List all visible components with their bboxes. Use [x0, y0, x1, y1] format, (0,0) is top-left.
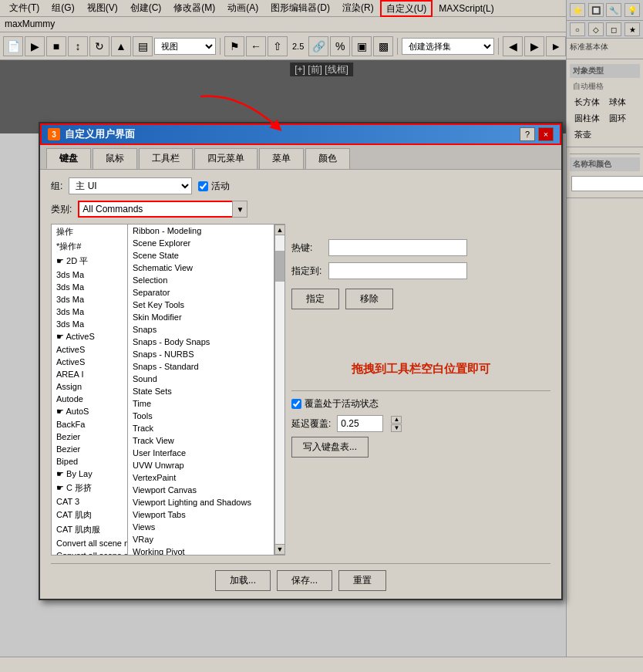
- action-list-item[interactable]: 操作: [52, 225, 127, 239]
- remove-btn[interactable]: 移除: [345, 289, 393, 309]
- cat-list-item[interactable]: Snaps: [128, 323, 274, 336]
- cat-list-item[interactable]: Track View: [128, 434, 274, 447]
- scroll-thumb[interactable]: [275, 251, 284, 282]
- rp-box[interactable]: 长方体: [571, 95, 604, 110]
- toolbar-reference-btn[interactable]: ▤: [133, 36, 153, 56]
- scroll-up-arrow[interactable]: ▲: [274, 225, 285, 235]
- save-btn[interactable]: 保存...: [277, 570, 332, 591]
- action-list-item[interactable]: ActiveS: [52, 343, 127, 356]
- toolbar-scale-btn[interactable]: ▲: [111, 36, 131, 56]
- toolbar-snap-btn[interactable]: 🔗: [308, 36, 328, 56]
- cat-list-item[interactable]: UVW Unwrap: [128, 459, 274, 471]
- action-list-item[interactable]: Autode: [52, 393, 127, 405]
- tab-keyboard[interactable]: 键盘: [46, 148, 91, 169]
- toolbar-percent-btn[interactable]: %: [330, 36, 350, 56]
- toolbar-view-select[interactable]: 视图: [154, 38, 216, 55]
- action-list-item[interactable]: ☛ 2D 平: [52, 254, 127, 268]
- action-list-item[interactable]: ☛ C 形挤: [52, 481, 127, 495]
- delay-down-btn[interactable]: ▼: [391, 424, 402, 432]
- action-list-item[interactable]: Bezier: [52, 431, 127, 443]
- action-list-item[interactable]: CAT 3: [52, 495, 127, 508]
- category-select[interactable]: All Commands: [78, 201, 247, 218]
- action-list-item[interactable]: Biped: [52, 455, 127, 468]
- cat-list-item[interactable]: Snaps - Standard: [128, 360, 274, 373]
- cat-list-item[interactable]: Skin Modifier: [128, 311, 274, 323]
- action-list-item[interactable]: Assign: [52, 380, 127, 393]
- menu-customize[interactable]: 自定义(U): [380, 0, 433, 17]
- cat-list-item[interactable]: Viewport Canvas: [128, 484, 274, 496]
- action-list-item[interactable]: 3ds Ma: [52, 268, 127, 281]
- menu-maxscript[interactable]: MAXScript(L): [433, 2, 500, 15]
- action-list-item[interactable]: *操作#: [52, 239, 127, 254]
- cat-list-item[interactable]: Snaps - NURBS: [128, 348, 274, 360]
- action-list-item[interactable]: 3ds Ma: [52, 281, 127, 293]
- cat-list-item[interactable]: Selection: [128, 274, 274, 286]
- toolbar-undo-btn[interactable]: ←: [246, 36, 266, 56]
- menu-view[interactable]: 视图(V): [81, 0, 124, 16]
- cat-list-item[interactable]: Snaps - Body Snaps: [128, 336, 274, 348]
- cat-list-item[interactable]: Working Pivot: [128, 545, 274, 555]
- rp-sub-4[interactable]: ★: [624, 22, 640, 36]
- rp-sphere[interactable]: 球体: [606, 95, 639, 110]
- action-list-item[interactable]: ☛ ActiveS: [52, 330, 127, 343]
- toolbar-move-btn[interactable]: ↕: [68, 36, 88, 56]
- menu-render[interactable]: 渲染(R): [336, 0, 380, 16]
- cat-list-item[interactable]: Viewport Tabs: [128, 508, 274, 521]
- action-list[interactable]: 操作*操作#☛ 2D 平3ds Ma3ds Ma3ds Ma3ds Ma3ds …: [51, 224, 128, 555]
- load-btn[interactable]: 加载...: [215, 570, 271, 591]
- action-list-item[interactable]: BackFa: [52, 418, 127, 431]
- delay-up-btn[interactable]: ▲: [391, 416, 402, 424]
- toolbar-rotate-btn[interactable]: ↻: [89, 36, 109, 56]
- category-list[interactable]: Ribbon - ModelingScene ExplorerScene Sta…: [128, 224, 274, 555]
- rp-name-input[interactable]: [571, 176, 643, 191]
- cat-list-item[interactable]: Scene Explorer: [128, 237, 274, 249]
- cat-list-item[interactable]: Track: [128, 422, 274, 434]
- cat-list-item[interactable]: User Interface: [128, 447, 274, 459]
- tab-mouse[interactable]: 鼠标: [93, 148, 137, 169]
- tab-toolbar[interactable]: 工具栏: [139, 148, 193, 169]
- menu-modifier[interactable]: 修改器(M): [167, 0, 221, 16]
- tab-quad-menu[interactable]: 四元菜单: [194, 148, 258, 169]
- rp-sub-2[interactable]: ◇: [588, 22, 604, 36]
- hotkey-input[interactable]: [328, 239, 467, 256]
- rp-tab-3[interactable]: 🔧: [606, 3, 621, 17]
- rp-sub-3[interactable]: ◻: [606, 22, 621, 36]
- cat-list-item[interactable]: Views: [128, 521, 274, 533]
- rp-sub-1[interactable]: ○: [570, 22, 585, 36]
- toolbar-select-btn[interactable]: ▶: [25, 36, 45, 56]
- toolbar-snap2-btn[interactable]: ▣: [352, 36, 372, 56]
- rp-tab-2[interactable]: 🔲: [588, 3, 604, 17]
- action-list-item[interactable]: 3ds Ma: [52, 293, 127, 306]
- action-list-item[interactable]: CAT 肌肉: [52, 508, 127, 522]
- cat-list-item[interactable]: VRay: [128, 533, 274, 545]
- menu-file[interactable]: 文件(T): [3, 0, 45, 16]
- action-list-item[interactable]: CAT 肌肉服: [52, 522, 127, 537]
- rp-tab-1[interactable]: ⭐: [570, 3, 585, 17]
- action-list-item[interactable]: Bezier: [52, 443, 127, 455]
- toolbar-nav-prev[interactable]: ◀: [503, 36, 523, 56]
- toolbar-layer-btn[interactable]: ▩: [373, 36, 393, 56]
- scroll-down-arrow[interactable]: ▼: [274, 544, 285, 555]
- list-scrollbar[interactable]: ▲ ▼: [274, 224, 285, 555]
- delay-input[interactable]: 0.25: [337, 415, 383, 432]
- action-list-item[interactable]: 3ds Ma: [52, 318, 127, 330]
- action-list-item[interactable]: AREA I: [52, 368, 127, 380]
- viewport-label[interactable]: [+] [前] [线框]: [290, 63, 353, 76]
- write-keyboard-btn[interactable]: 写入键盘表...: [291, 437, 369, 458]
- reset-btn[interactable]: 重置: [338, 570, 386, 591]
- menu-group[interactable]: 组(G): [45, 0, 80, 16]
- action-list-item[interactable]: ☛ By Lay: [52, 468, 127, 481]
- toolbar-upload-btn[interactable]: ⇧: [268, 36, 288, 56]
- toolbar-create-select[interactable]: 创建选择集: [402, 38, 494, 55]
- assign-to-input[interactable]: [328, 262, 467, 279]
- rp-teapot[interactable]: 茶壶: [571, 127, 604, 142]
- toolbar-select2-btn[interactable]: ■: [46, 36, 66, 56]
- cat-list-item[interactable]: Ribbon - Modeling: [128, 225, 274, 237]
- dialog-help-btn[interactable]: ?: [520, 127, 535, 141]
- cat-list-item[interactable]: Scene State: [128, 249, 274, 262]
- toolbar-bookmark-btn[interactable]: ⚑: [224, 36, 244, 56]
- action-list-item[interactable]: Convert all scene mat...: [52, 549, 127, 555]
- menu-graph-editor[interactable]: 图形编辑器(D): [264, 0, 336, 16]
- tab-color[interactable]: 颜色: [305, 148, 350, 169]
- group-select[interactable]: 主 UI: [69, 177, 192, 194]
